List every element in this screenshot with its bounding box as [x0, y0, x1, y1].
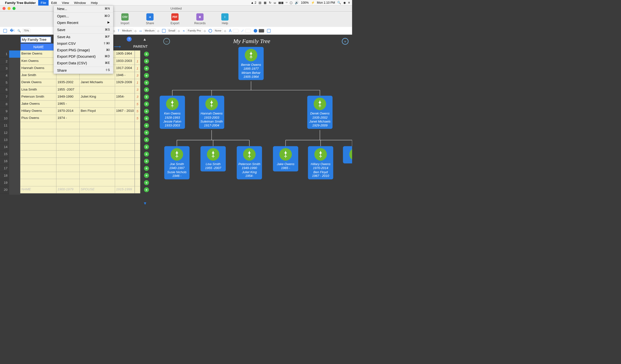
- add-row-button[interactable]: +: [144, 173, 149, 178]
- table-row[interactable]: Hillary Owens1970-2014 Ben Floyd1967 - 2…: [20, 108, 135, 115]
- line-select[interactable]: None: [213, 29, 223, 32]
- close-button[interactable]: [2, 7, 5, 10]
- menu-item[interactable]: Save⌘S: [54, 27, 113, 33]
- add-row-button[interactable]: +: [144, 137, 149, 142]
- row-number[interactable]: 11: [0, 122, 9, 129]
- tree-node-hill[interactable]: Hillary Owens1970-2014Ben Floyd1967 - 20…: [308, 146, 333, 180]
- menu-edit[interactable]: Edit: [49, 0, 59, 6]
- add-row-button[interactable]: +: [144, 152, 149, 157]
- tree-node-pete[interactable]: Peterson Smith1949-1990Juliet King1954-: [237, 146, 262, 180]
- tree-node-joe[interactable]: Joe Smith1940-1997Susie Nichols1946 -: [164, 146, 190, 180]
- table-row-placeholder[interactable]: NAME1900-1979 SPOUSE1915-1999: [20, 186, 135, 193]
- table-row[interactable]: [20, 122, 135, 129]
- minimize-button[interactable]: [8, 7, 11, 10]
- row-number[interactable]: 5: [0, 79, 9, 86]
- swap-arrow-icon[interactable]: ⟶: [114, 44, 121, 49]
- table-row[interactable]: Derek Owens1935-2002 Janet Michaels1929-…: [20, 79, 135, 86]
- row-number[interactable]: 17: [0, 165, 9, 172]
- parent-index[interactable]: 1: [135, 65, 140, 72]
- parent-index[interactable]: 5: [135, 108, 140, 115]
- help-button[interactable]: ?: [127, 37, 132, 42]
- add-row-button[interactable]: +: [144, 109, 149, 113]
- row-number[interactable]: 2: [0, 58, 9, 65]
- row-number[interactable]: 7: [0, 94, 9, 101]
- table-row[interactable]: Lisa Smith1955 -2007: [20, 86, 135, 93]
- timemachine-icon[interactable]: ↻: [269, 1, 271, 5]
- add-row-button[interactable]: +: [144, 116, 149, 121]
- add-row-button[interactable]: +: [144, 166, 149, 171]
- table-row[interactable]: [20, 136, 135, 143]
- layout-icon[interactable]: [3, 29, 7, 32]
- tree-node-lisa[interactable]: Lisa Smith1955 -2007: [201, 146, 226, 172]
- tree-node-hannah[interactable]: Hannah Owens1933-2003Suleiman Smith1917-…: [199, 96, 224, 129]
- parent-index[interactable]: 1: [135, 58, 140, 65]
- table-row[interactable]: [20, 179, 135, 186]
- add-row-button[interactable]: +: [144, 130, 149, 135]
- zoom-button[interactable]: [13, 7, 16, 10]
- parent-index[interactable]: 1: [135, 79, 140, 86]
- spotlight-icon[interactable]: 🔍: [337, 1, 341, 5]
- parent-index[interactable]: [135, 143, 140, 150]
- adobe-icon[interactable]: ▲ 2: [251, 1, 256, 5]
- scroll-up-icon[interactable]: ▲: [143, 37, 147, 42]
- notifications-icon[interactable]: ≡: [348, 1, 350, 5]
- tree-node-jake[interactable]: Jake Owens1965 -: [273, 146, 298, 172]
- wifi-icon[interactable]: ⌔: [286, 1, 288, 5]
- add-row-button[interactable]: +: [144, 144, 149, 149]
- hierarchy-icon[interactable]: �⁝: [10, 29, 15, 33]
- parent-index[interactable]: [135, 122, 140, 129]
- table-row[interactable]: [20, 150, 135, 158]
- parent-index[interactable]: 3: [135, 94, 140, 101]
- menu-item[interactable]: Export PNG (Image)⌘I: [54, 47, 113, 54]
- zoom-out-button[interactable]: –: [163, 38, 170, 45]
- tree-node-derek[interactable]: Derek Owens1935-2002Janet Michaels1929-2…: [307, 96, 332, 129]
- parent-index[interactable]: 3: [135, 72, 140, 79]
- bose-icon[interactable]: ▦: [264, 1, 267, 5]
- toolbar-import[interactable]: CSVImport: [112, 13, 137, 25]
- row-number[interactable]: 9: [0, 108, 9, 115]
- panel-toggle-icon[interactable]: [267, 29, 271, 32]
- menu-item[interactable]: New...⌘N: [54, 6, 113, 12]
- parent-index[interactable]: [135, 136, 140, 143]
- text-size1[interactable]: Medium: [121, 29, 133, 32]
- table-row[interactable]: Jake Owens1965 -: [20, 101, 135, 108]
- parent-index[interactable]: [135, 172, 140, 179]
- menu-help[interactable]: Help: [88, 0, 100, 6]
- bluetooth-icon[interactable]: ⚍: [274, 1, 276, 5]
- toolbar-export[interactable]: PDFExport: [162, 13, 187, 25]
- fill-color-icon[interactable]: [254, 29, 257, 32]
- clock[interactable]: Mon 1:10 PM: [317, 1, 335, 5]
- parent-index[interactable]: 5: [135, 101, 140, 108]
- volume-icon[interactable]: 🔊: [295, 1, 298, 5]
- add-row-button[interactable]: +: [144, 80, 149, 85]
- add-row-button[interactable]: +: [144, 101, 149, 106]
- row-number[interactable]: 12: [0, 129, 9, 136]
- menu-view[interactable]: View: [59, 0, 71, 6]
- table-row[interactable]: [20, 165, 135, 172]
- disk-icon[interactable]: ▤: [259, 1, 261, 5]
- siri-icon[interactable]: ◉: [343, 1, 346, 5]
- add-row-button[interactable]: +: [144, 73, 149, 78]
- menu-item[interactable]: Share⇧S: [54, 67, 113, 74]
- table-row[interactable]: [20, 158, 135, 165]
- row-number[interactable]: 13: [0, 136, 9, 143]
- theme-select[interactable]: Family Pro: [187, 29, 202, 32]
- parent-index[interactable]: [135, 179, 140, 186]
- menu-window[interactable]: Window: [71, 0, 88, 6]
- table-row[interactable]: [20, 172, 135, 179]
- battery-icon[interactable]: ▮▮▮: [278, 1, 283, 5]
- table-row[interactable]: Peterson Smith1949-1990 Juliet King1954-: [20, 94, 135, 101]
- toolbar-records[interactable]: ≣Records: [187, 13, 212, 25]
- tree-title-input[interactable]: [20, 37, 51, 43]
- row-number[interactable]: 18: [0, 172, 9, 179]
- parent-index[interactable]: 3: [135, 86, 140, 93]
- parent-index[interactable]: [135, 50, 140, 58]
- tree-node-root[interactable]: Bernie Owens1895-1977Miriam Behar1905-19…: [239, 47, 264, 80]
- text-color-swatch[interactable]: [233, 29, 239, 32]
- menu-item[interactable]: Import CSV⇧⌘I: [54, 40, 113, 47]
- tree-node-ken[interactable]: Ken Owens1928-1993Jessie Falon1933-2003: [160, 96, 185, 129]
- add-row-button[interactable]: +: [144, 87, 149, 92]
- menu-item[interactable]: Export Data (CSV)⌘E: [54, 60, 113, 66]
- menu-item[interactable]: Open...⌘O: [54, 13, 113, 20]
- row-number[interactable]: 4: [0, 72, 9, 79]
